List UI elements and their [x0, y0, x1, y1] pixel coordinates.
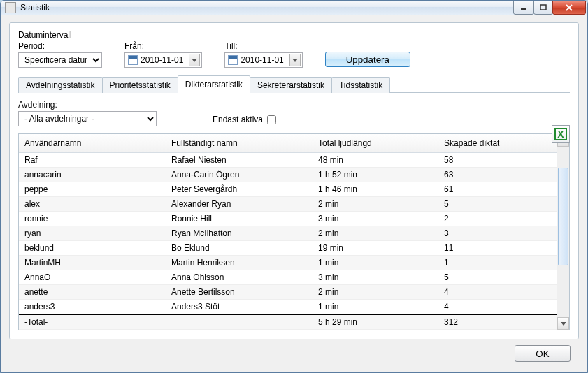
- cell-user: anette: [19, 285, 166, 300]
- window: Statistik Datumintervall Period: Specifi…: [0, 0, 588, 373]
- tab-dikterarstatistik[interactable]: Dikterarstatistik: [178, 75, 250, 93]
- scroll-track[interactable]: [557, 147, 569, 317]
- cell-user: beklund: [19, 241, 166, 256]
- table: AnvändarnamnFullständigt namnTotal ljudl…: [19, 134, 557, 330]
- cell-count: 1: [438, 256, 557, 270]
- minimize-button[interactable]: [513, 1, 534, 15]
- period-filter: Period: Specificera datum: [18, 41, 102, 68]
- cell-count: 5: [438, 270, 557, 285]
- from-filter: Från: 2010-11-01: [124, 41, 202, 68]
- cell-count: 2: [438, 212, 557, 226]
- cell-name: Anna Ohlsson: [166, 270, 313, 285]
- to-label: Till:: [224, 41, 302, 51]
- avdelning-label: Avdelning:: [18, 100, 157, 110]
- tab-sekreterarstatistik[interactable]: Sekreterarstatistik: [250, 77, 332, 93]
- cell-count: 61: [438, 182, 557, 197]
- titlebar: Statistik: [1, 1, 587, 15]
- table-row[interactable]: RafRafael Niesten48 min58: [19, 153, 557, 168]
- scrollbar[interactable]: [557, 134, 569, 330]
- cell-length: 1 h 46 min: [313, 182, 438, 197]
- maximize-button[interactable]: [533, 1, 553, 15]
- cell-length: 5 h 29 min: [313, 314, 438, 330]
- cell-count: 4: [438, 285, 557, 300]
- cell-name: Ryan McIlhatton: [166, 226, 313, 241]
- cell-user: anders3: [19, 300, 166, 315]
- cell-length: 2 min: [313, 226, 438, 241]
- period-select[interactable]: Specificera datum: [18, 52, 102, 68]
- cell-user: alex: [19, 197, 166, 212]
- cell-name: [166, 314, 313, 330]
- cell-count: 5: [438, 197, 557, 212]
- column-header[interactable]: Total ljudlängd: [313, 134, 438, 153]
- ok-button[interactable]: OK: [515, 345, 571, 362]
- cell-length: 1 min: [313, 300, 438, 315]
- cell-name: Rafael Niesten: [166, 153, 313, 168]
- cell-count: 58: [438, 153, 557, 168]
- svg-marker-5: [292, 59, 298, 62]
- cell-name: Anette Bertilsson: [166, 285, 313, 300]
- column-header[interactable]: Fullständigt namn: [166, 134, 313, 153]
- cell-length: 2 min: [313, 285, 438, 300]
- cell-length: 2 min: [313, 197, 438, 212]
- tab-prioritetsstatistik[interactable]: Prioritetsstatistik: [102, 77, 178, 93]
- from-date-input[interactable]: 2010-11-01: [124, 52, 202, 68]
- cell-length: 1 h 52 min: [313, 168, 438, 182]
- chevron-down-icon[interactable]: [289, 54, 301, 66]
- table-row[interactable]: peppePeter Severgårdh1 h 46 min61: [19, 182, 557, 197]
- column-header[interactable]: Användarnamn: [19, 134, 166, 153]
- table-row[interactable]: ryanRyan McIlhatton2 min3: [19, 226, 557, 241]
- cell-name: Anders3 Stöt: [166, 300, 313, 315]
- cell-length: 3 min: [313, 270, 438, 285]
- table-row[interactable]: anetteAnette Bertilsson2 min4: [19, 285, 557, 300]
- cell-user: AnnaO: [19, 270, 166, 285]
- close-button[interactable]: [552, 1, 586, 15]
- cell-length: 3 min: [313, 212, 438, 226]
- calendar-icon: [228, 55, 238, 65]
- avdelning-select[interactable]: - Alla avdelningar -: [18, 111, 157, 126]
- to-date-input[interactable]: 2010-11-01: [224, 52, 302, 68]
- content: Datumintervall Period: Specificera datum…: [1, 15, 587, 373]
- tab-tidsstatistik[interactable]: Tidsstatistik: [331, 77, 390, 93]
- cell-user: peppe: [19, 182, 166, 197]
- cell-name: Peter Severgårdh: [166, 182, 313, 197]
- cell-name: Alexander Ryan: [166, 197, 313, 212]
- subfilters: Avdelning: - Alla avdelningar - Endast a…: [18, 100, 570, 126]
- date-range-label: Datumintervall: [18, 30, 570, 40]
- cell-name: Ronnie Hill: [166, 212, 313, 226]
- to-date-value: 2010-11-01: [241, 55, 283, 65]
- export-excel-button[interactable]: X: [552, 125, 570, 143]
- table-row[interactable]: beklundBo Eklund19 min11: [19, 241, 557, 256]
- table-row[interactable]: MartinMHMartin Henriksen1 min1: [19, 256, 557, 270]
- cell-user: ronnie: [19, 212, 166, 226]
- cell-length: 1 min: [313, 256, 438, 270]
- data-grid: AnvändarnamnFullständigt namnTotal ljudl…: [18, 133, 570, 330]
- update-button[interactable]: Uppdatera: [325, 52, 410, 67]
- cell-name: Anna-Carin Ögren: [166, 168, 313, 182]
- table-row[interactable]: alexAlexander Ryan2 min5: [19, 197, 557, 212]
- cell-count: 63: [438, 168, 557, 182]
- table-row[interactable]: AnnaOAnna Ohlsson3 min5: [19, 270, 557, 285]
- filters: Period: Specificera datum Från: 2010-11-…: [18, 41, 570, 68]
- cell-length: 19 min: [313, 241, 438, 256]
- column-header[interactable]: Skapade diktat: [438, 134, 557, 153]
- table-row[interactable]: annacarinAnna-Carin Ögren1 h 52 min63: [19, 168, 557, 182]
- scroll-thumb[interactable]: [558, 168, 568, 265]
- cell-count: 3: [438, 226, 557, 241]
- cell-user: ryan: [19, 226, 166, 241]
- cell-name: Bo Eklund: [166, 241, 313, 256]
- excel-icon: X: [554, 128, 567, 140]
- period-label: Period:: [18, 41, 102, 51]
- chevron-down-icon[interactable]: [189, 54, 200, 66]
- cell-length: 48 min: [313, 153, 438, 168]
- table-row[interactable]: anders3Anders3 Stöt1 min4: [19, 300, 557, 315]
- tab-avdelningsstatistik[interactable]: Avdelningsstatistik: [18, 77, 103, 93]
- window-title: Statistik: [20, 3, 50, 13]
- update-col: Uppdatera: [325, 52, 410, 68]
- app-icon: [5, 2, 16, 13]
- cell-count: 11: [438, 241, 557, 256]
- table-row[interactable]: ronnieRonnie Hill3 min2: [19, 212, 557, 226]
- scroll-down-button[interactable]: [557, 317, 569, 330]
- from-label: Från:: [124, 41, 202, 51]
- endast-aktiva-checkbox[interactable]: [267, 115, 276, 124]
- cell-name: Martin Henriksen: [166, 256, 313, 270]
